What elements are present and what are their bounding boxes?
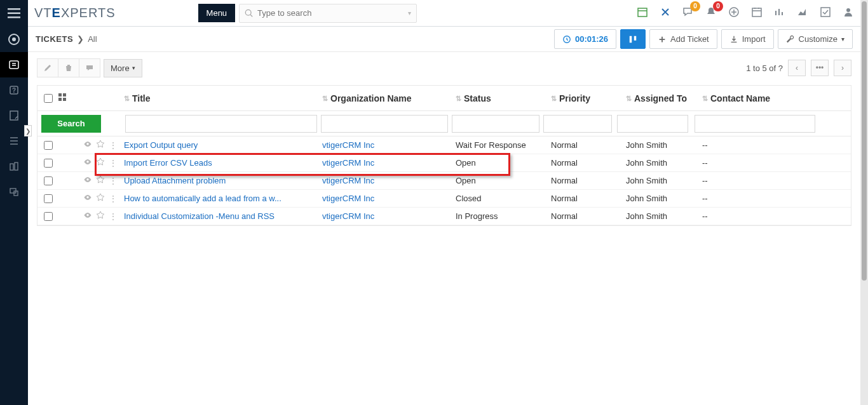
sidebar-dashboard-icon[interactable] — [0, 27, 28, 52]
filter-title-input[interactable] — [125, 115, 317, 133]
scrollbar[interactable] — [860, 0, 868, 405]
org-link[interactable]: vtigerCRM Inc — [322, 211, 374, 221]
pagination: 1 to 5 of ? ‹ ••• › — [746, 60, 851, 76]
search-input[interactable] — [257, 8, 408, 18]
filter-search-button[interactable]: Search — [41, 115, 101, 133]
svg-rect-17 — [821, 8, 830, 17]
kebab-icon[interactable]: ⋮ — [109, 140, 117, 150]
hamburger-icon[interactable] — [0, 0, 28, 27]
add-ticket-button[interactable]: Add Ticket — [649, 29, 717, 49]
status-cell: Open — [456, 176, 551, 185]
kebab-icon[interactable]: ⋮ — [109, 176, 117, 186]
user-icon[interactable] — [843, 6, 854, 20]
areachart-icon[interactable] — [797, 6, 808, 20]
assigned-cell: John Smith — [626, 211, 702, 221]
row-checkbox[interactable] — [44, 176, 53, 185]
col-header-assigned[interactable]: ⇅Assigned To — [626, 93, 702, 103]
row-checkbox[interactable] — [44, 212, 53, 221]
ticket-title-link[interactable]: Export Output query — [124, 140, 198, 150]
org-link[interactable]: vtigerCRM Inc — [322, 158, 374, 168]
table-row[interactable]: ⋮ Upload Attachment problem vtigerCRM In… — [37, 172, 851, 190]
breadcrumb-filter[interactable]: All — [88, 34, 97, 44]
checkbox-icon[interactable] — [820, 6, 831, 20]
ticket-title-link[interactable]: Individual Customization -Menu and RSS — [124, 211, 275, 221]
svg-rect-24 — [58, 98, 62, 101]
ticket-title-link[interactable]: Upload Attachment problem — [124, 176, 226, 185]
org-link[interactable]: vtigerCRM Inc — [322, 140, 374, 150]
contact-cell: -- — [702, 194, 851, 203]
trash-icon — [65, 64, 72, 72]
filter-assigned-input[interactable] — [617, 115, 688, 133]
star-icon[interactable] — [96, 175, 105, 186]
timer-button[interactable]: 00:01:26 — [554, 29, 616, 49]
org-link[interactable]: vtigerCRM Inc — [322, 194, 374, 203]
action-row: More▾ 1 to 5 of ? ‹ ••• › — [28, 52, 860, 77]
edit-button[interactable] — [37, 58, 58, 77]
pager-dots[interactable]: ••• — [811, 60, 829, 76]
table-row[interactable]: ⋮ How to automatically add a lead from a… — [37, 190, 851, 208]
sidebar-org-icon[interactable] — [0, 154, 28, 179]
menu-button[interactable]: Menu — [198, 4, 236, 22]
customize-button[interactable]: Customize▾ — [778, 29, 853, 49]
calendar-icon[interactable] — [637, 6, 648, 20]
delete-button[interactable] — [58, 58, 79, 77]
col-header-priority[interactable]: ⇅Priority — [551, 93, 626, 103]
global-search[interactable]: ▾ — [239, 4, 417, 23]
sidebar-notes-icon[interactable] — [0, 103, 28, 128]
bell-icon[interactable]: 0 — [705, 6, 717, 20]
star-icon[interactable] — [96, 157, 105, 168]
sidebar-devices-icon[interactable] — [0, 179, 28, 204]
kebab-icon[interactable]: ⋮ — [109, 211, 117, 222]
contact-cell: -- — [702, 140, 851, 150]
row-checkbox[interactable] — [44, 194, 53, 203]
col-header-org[interactable]: ⇅Organization Name — [322, 93, 456, 103]
row-checkbox[interactable] — [44, 159, 53, 168]
filter-contact-input[interactable] — [695, 115, 815, 133]
pager-text: 1 to 5 of ? — [746, 63, 783, 73]
eye-icon[interactable] — [83, 157, 92, 168]
sidebar-left: ? — [0, 0, 28, 405]
comment-button[interactable] — [79, 58, 100, 77]
ticket-title-link[interactable]: Import Error CSV Leads — [124, 158, 212, 168]
col-header-status[interactable]: ⇅Status — [456, 93, 551, 103]
eye-icon[interactable] — [83, 211, 92, 222]
row-checkbox[interactable] — [44, 141, 53, 150]
star-icon[interactable] — [96, 140, 105, 150]
table-row[interactable]: ⋮ Individual Customization -Menu and RSS… — [37, 208, 851, 225]
barchart-icon[interactable] — [774, 6, 785, 20]
svg-rect-21 — [634, 36, 637, 40]
chat-icon[interactable]: 0 — [682, 6, 694, 20]
col-header-contact[interactable]: ⇅Contact Name — [702, 93, 851, 103]
col-header-title[interactable]: ⇅Title — [124, 93, 322, 103]
star-icon[interactable] — [96, 193, 105, 204]
filter-org-input[interactable] — [321, 115, 448, 133]
filter-priority-input[interactable] — [543, 115, 612, 133]
pager-prev[interactable]: ‹ — [788, 60, 806, 76]
table-row[interactable]: ⋮ Export Output query vtigerCRM Inc Wait… — [37, 136, 851, 154]
eye-icon[interactable] — [83, 193, 92, 204]
ticket-title-link[interactable]: How to automatically add a lead from a w… — [124, 194, 281, 203]
row-actions: ⋮ — [83, 175, 124, 186]
star-icon[interactable] — [96, 211, 105, 222]
add-icon[interactable] — [728, 6, 740, 20]
table-row[interactable]: ⋮ Import Error CSV Leads vtigerCRM Inc O… — [37, 154, 851, 172]
module-name[interactable]: TICKETS — [36, 34, 73, 44]
sidebar-tickets-icon[interactable] — [0, 52, 28, 77]
calendar2-icon[interactable] — [751, 6, 763, 20]
kebab-icon[interactable]: ⋮ — [109, 158, 117, 168]
eye-icon[interactable] — [83, 175, 92, 186]
org-link[interactable]: vtigerCRM Inc — [322, 176, 374, 185]
select-all-checkbox[interactable] — [44, 94, 53, 103]
pager-next[interactable]: › — [834, 60, 851, 76]
import-button[interactable]: Import — [721, 29, 774, 49]
eye-icon[interactable] — [83, 140, 92, 150]
sidebar-expand-toggle[interactable]: ❯ — [24, 125, 32, 136]
kebab-icon[interactable]: ⋮ — [109, 194, 117, 204]
grid-toggle-icon[interactable] — [58, 93, 67, 103]
extension-icon[interactable] — [660, 6, 671, 20]
more-button[interactable]: More▾ — [104, 59, 142, 77]
search-dropdown-icon[interactable]: ▾ — [408, 10, 411, 17]
kanban-button[interactable] — [620, 29, 646, 49]
filter-status-input[interactable] — [452, 115, 539, 133]
sidebar-faq-icon[interactable]: ? — [0, 77, 28, 103]
